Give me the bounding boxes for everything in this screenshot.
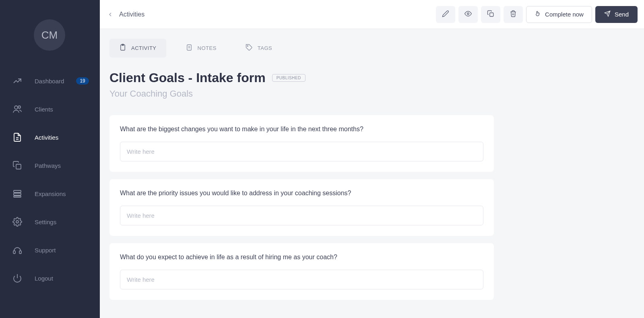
header-actions: Complete now Send (436, 6, 638, 23)
complete-now-button[interactable]: Complete now (526, 6, 592, 23)
clipboard-icon (119, 44, 126, 52)
tab-label: ACTIVITY (131, 45, 157, 51)
svg-rect-9 (13, 251, 15, 254)
layers-icon (12, 188, 23, 199)
copy-icon (12, 160, 23, 171)
tabs: ACTIVITY NOTES TAGS (109, 39, 634, 58)
header: Activities (100, 0, 644, 29)
question-label: What are the biggest changes you want to… (120, 126, 483, 133)
answer-input[interactable] (120, 206, 483, 225)
sidebar-item-label: Expansions (35, 190, 66, 197)
eye-icon (464, 10, 472, 19)
sidebar-item-clients[interactable]: Clients (0, 95, 100, 123)
sidebar-item-label: Logout (35, 275, 53, 282)
preview-button[interactable] (458, 6, 478, 23)
send-button[interactable]: Send (595, 6, 638, 23)
sidebar-item-support[interactable]: Support (0, 236, 100, 264)
sidebar-item-settings[interactable]: Settings (0, 208, 100, 236)
tab-label: TAGS (258, 45, 272, 51)
svg-rect-13 (490, 12, 493, 16)
question-label: What do you expect to achieve in life as… (120, 254, 483, 261)
users-icon (12, 104, 23, 114)
svg-rect-7 (14, 196, 21, 197)
edit-button[interactable] (436, 6, 455, 23)
sidebar-item-label: Settings (35, 219, 56, 225)
question-card: What do you expect to achieve in life as… (109, 243, 494, 300)
svg-rect-6 (14, 193, 21, 195)
question-card: What are the priority issues you would l… (109, 179, 494, 236)
copy-button[interactable] (481, 6, 500, 23)
sidebar-item-label: Dashboard (35, 78, 64, 85)
pointer-icon (535, 10, 541, 18)
status-badge: PUBLISHED (272, 74, 305, 82)
send-label: Send (615, 11, 629, 18)
tab-label: NOTES (198, 45, 217, 51)
sidebar-item-dashboard[interactable]: Dashboard 19 (0, 67, 100, 95)
sidebar-item-label: Pathways (35, 162, 61, 169)
page-title: Client Goals - Intake form (109, 70, 266, 85)
headset-icon (12, 245, 23, 255)
answer-input[interactable] (120, 142, 483, 161)
power-icon (12, 273, 23, 283)
tag-icon (246, 44, 253, 52)
send-icon (604, 10, 611, 18)
svg-rect-5 (14, 190, 21, 192)
tab-activity[interactable]: ACTIVITY (109, 39, 166, 58)
content-area: ACTIVITY NOTES TAGS Client Goals - Intak… (100, 29, 644, 318)
answer-input[interactable] (120, 270, 483, 289)
title-row: Client Goals - Intake form PUBLISHED (109, 70, 634, 85)
sidebar-item-activities[interactable]: Activities (0, 123, 100, 151)
tab-tags[interactable]: TAGS (236, 39, 282, 58)
svg-rect-18 (187, 45, 191, 50)
question-label: What are the priority issues you would l… (120, 190, 483, 197)
trash-icon (510, 10, 517, 19)
main-content: Activities (100, 0, 644, 318)
delete-button[interactable] (504, 6, 523, 23)
sidebar-item-label: Support (35, 247, 56, 254)
gear-icon (12, 217, 23, 227)
document-icon (12, 132, 23, 142)
sidebar-item-expansions[interactable]: Expansions (0, 180, 100, 208)
sidebar-item-label: Clients (35, 106, 53, 113)
notes-icon (186, 44, 193, 52)
sidebar: CM Dashboard 19 Clients Activities Pathw… (0, 0, 100, 318)
sidebar-item-label: Activities (35, 134, 58, 141)
svg-point-12 (467, 12, 469, 14)
svg-rect-4 (16, 164, 21, 169)
chart-icon (12, 76, 23, 86)
complete-label: Complete now (545, 11, 584, 18)
question-card: What are the biggest changes you want to… (109, 115, 494, 172)
avatar[interactable]: CM (34, 19, 65, 51)
svg-point-0 (14, 106, 18, 109)
pencil-icon (442, 10, 449, 19)
svg-point-1 (18, 106, 21, 108)
breadcrumb: Activities (106, 10, 144, 19)
page-subtitle: Your Coaching Goals (109, 89, 634, 99)
svg-point-21 (247, 45, 248, 46)
sidebar-item-pathways[interactable]: Pathways (0, 151, 100, 180)
sidebar-item-logout[interactable]: Logout (0, 264, 100, 292)
copy-icon (487, 10, 494, 19)
svg-point-8 (16, 221, 19, 223)
svg-rect-10 (19, 251, 21, 254)
back-chevron-icon[interactable] (106, 10, 114, 19)
tab-notes[interactable]: NOTES (176, 39, 226, 58)
breadcrumb-label[interactable]: Activities (119, 11, 144, 18)
dashboard-badge: 19 (76, 77, 89, 85)
